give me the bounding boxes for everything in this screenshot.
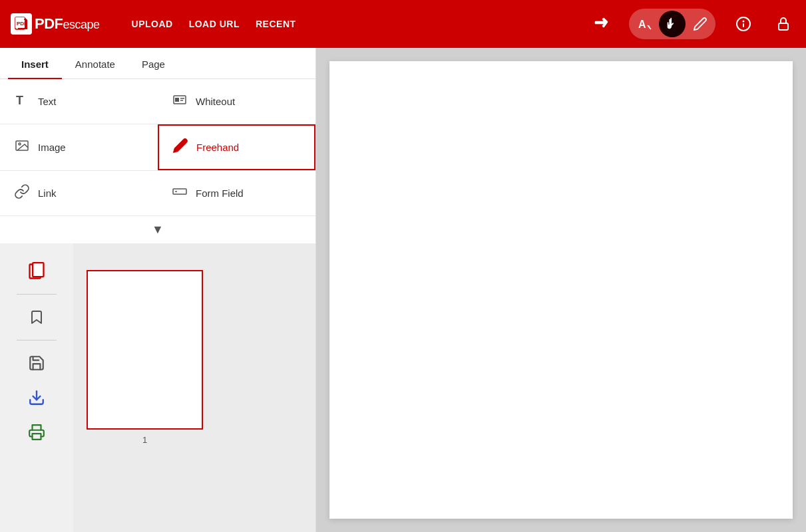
tab-insert[interactable]: Insert	[8, 48, 62, 79]
print-button[interactable]	[22, 418, 51, 447]
left-panel: Insert Annotate Page T Text	[0, 48, 316, 532]
image-tool-label: Image	[38, 142, 66, 153]
whiteout-tool-label: Whiteout	[196, 96, 235, 107]
thumbnail-content: 1	[73, 257, 216, 458]
canvas-area	[316, 48, 806, 532]
link-tool-label: Link	[38, 188, 57, 199]
tools-grid: T Text Whiteout	[0, 79, 315, 215]
whiteout-tool-icon	[172, 92, 188, 111]
sidebar-divider-1	[17, 294, 57, 295]
download-button[interactable]	[22, 383, 51, 412]
tab-annotate[interactable]: Annotate	[62, 48, 128, 79]
sidebar-divider-2	[17, 340, 57, 340]
tabs-bar: Insert Annotate Page	[0, 48, 315, 79]
pages-panel-button[interactable]	[22, 257, 51, 286]
svg-rect-9	[779, 23, 788, 30]
nav-upload[interactable]: UPLOAD	[126, 16, 178, 32]
page-thumbnail[interactable]	[87, 270, 203, 430]
tool-freehand[interactable]: Freehand	[158, 124, 315, 170]
form-field-tool-label: Form Field	[196, 188, 244, 199]
text-tool-label: Text	[38, 96, 57, 107]
info-button[interactable]	[731, 12, 755, 36]
link-tool-icon	[14, 184, 30, 203]
header-nav: UPLOAD LOAD URL RECENT	[126, 16, 302, 32]
main-layout: Insert Annotate Page T Text	[0, 48, 806, 532]
svg-line-5	[648, 25, 651, 29]
thumbnail-area: 1	[0, 243, 315, 532]
freehand-tool-icon	[172, 138, 188, 157]
tool-text[interactable]: T Text	[0, 79, 158, 124]
tool-toggle-group: A	[629, 9, 715, 39]
text-tool-icon: T	[14, 92, 30, 111]
bookmark-button[interactable]	[22, 303, 51, 332]
nav-recent[interactable]: RECENT	[250, 16, 302, 32]
tool-form-field[interactable]: Form Field	[158, 171, 315, 215]
text-select-tool-btn[interactable]: A	[631, 11, 658, 37]
redo-button[interactable]	[589, 12, 613, 36]
tool-whiteout[interactable]: Whiteout	[158, 79, 315, 124]
chevron-down-icon: ▼	[152, 223, 164, 237]
pen-tool-btn[interactable]	[687, 11, 713, 37]
thumbnail-sidebar	[0, 243, 73, 532]
svg-text:T: T	[16, 94, 23, 107]
tool-link[interactable]: Link	[0, 171, 158, 215]
svg-rect-20	[33, 263, 43, 277]
svg-point-16	[19, 143, 21, 145]
image-tool-icon	[14, 138, 30, 157]
logo-icon: PDF	[11, 13, 32, 35]
svg-rect-22	[33, 434, 41, 440]
nav-load-url[interactable]: LOAD URL	[184, 16, 245, 32]
form-field-tool-icon	[172, 184, 188, 203]
header: PDF PDFescape UPLOAD LOAD URL RECENT A	[0, 0, 806, 48]
pdf-canvas[interactable]	[329, 61, 793, 519]
hand-tool-btn[interactable]	[659, 11, 686, 37]
tool-image[interactable]: Image	[0, 124, 158, 170]
page-number-label: 1	[142, 435, 147, 445]
lock-button[interactable]	[771, 12, 795, 36]
tab-page[interactable]: Page	[128, 48, 178, 79]
logo-text: PDFescape	[35, 15, 100, 33]
expand-tools-button[interactable]: ▼	[0, 215, 315, 243]
logo: PDF PDFescape	[11, 13, 100, 35]
svg-text:A: A	[638, 19, 646, 30]
svg-text:PDF: PDF	[17, 21, 27, 27]
save-button[interactable]	[22, 348, 51, 378]
freehand-tool-label: Freehand	[196, 142, 239, 153]
svg-rect-12	[175, 98, 179, 102]
